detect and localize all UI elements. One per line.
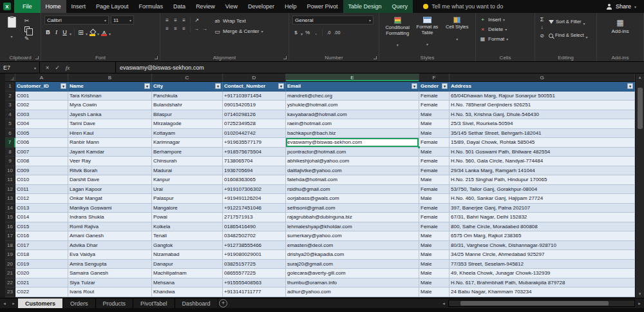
font-color-icon[interactable] xyxy=(100,29,108,36)
row-header-15[interactable]: 15 xyxy=(5,213,15,222)
cell[interactable]: 49, Kheela Chowk, Junagar Chowk-132939 xyxy=(450,269,635,278)
cell[interactable]: 24 Babu Nagar, Khammam 703234 xyxy=(450,288,635,297)
dialog-launcher-icon[interactable] xyxy=(155,56,158,59)
cell[interactable]: 07140298126 xyxy=(223,110,286,120)
cell[interactable]: Female xyxy=(419,204,450,213)
cell[interactable]: kavyabarad@hotmail.com xyxy=(286,110,419,120)
cell[interactable]: Amani Ganesh xyxy=(68,231,152,241)
insert-function-icon[interactable] xyxy=(66,64,70,71)
select-all-corner[interactable] xyxy=(5,73,15,81)
row-header-16[interactable]: 16 xyxy=(5,222,15,232)
cell[interactable]: Jayant Kamdar xyxy=(68,148,152,157)
row-header-7[interactable]: 7 xyxy=(5,138,15,148)
cell[interactable]: +917103971454 xyxy=(223,92,286,101)
ribbon-tab-insert[interactable]: Insert xyxy=(66,0,91,13)
cell[interactable]: Karimnagar xyxy=(152,138,223,148)
decrease-decimal-icon[interactable] xyxy=(334,29,341,36)
cell[interactable]: Female xyxy=(419,101,450,110)
cell[interactable]: +919491126204 xyxy=(223,194,286,204)
cell[interactable]: Chinsurah xyxy=(152,157,223,166)
cell[interactable]: Madurai xyxy=(152,166,223,176)
cell[interactable]: Urai xyxy=(152,185,223,195)
conditional-formatting-button[interactable]: Conditional Formatting xyxy=(383,15,412,49)
cell[interactable]: Male xyxy=(419,269,450,278)
cell[interactable]: mandreti@chec.org xyxy=(286,92,419,101)
cell[interactable]: Palaspur xyxy=(152,194,223,204)
cell[interactable]: Kanpur xyxy=(152,175,223,185)
hscroll-left-icon[interactable] xyxy=(439,298,448,308)
cell[interactable]: Male xyxy=(419,278,450,288)
cell[interactable]: C011 xyxy=(15,185,68,195)
cell[interactable]: H.No. 215 Singhal Path, Hindupur 170065 xyxy=(450,175,635,185)
cell[interactable]: 67/31, Bahri Nagar, Delhi 152832 xyxy=(450,213,635,222)
cell[interactable]: C017 xyxy=(15,241,68,251)
cell[interactable]: 7138065704 xyxy=(223,157,286,166)
cell[interactable]: Male xyxy=(419,129,450,139)
cell[interactable]: 77/353 Street, Seselam-945812 xyxy=(450,260,635,269)
row-header-11[interactable]: 11 xyxy=(5,175,15,185)
filter-icon[interactable] xyxy=(627,83,633,89)
insert-button[interactable]: Insert xyxy=(479,15,531,24)
filter-icon[interactable] xyxy=(412,83,417,89)
cell[interactable]: +919635577179 xyxy=(223,138,286,148)
header-cell-name[interactable]: Name xyxy=(68,82,152,92)
cell[interactable]: 03482502702 xyxy=(223,231,286,241)
row-header-6[interactable]: 6 xyxy=(5,129,15,139)
filter-icon[interactable] xyxy=(442,83,448,89)
row-header-14[interactable]: 14 xyxy=(5,204,15,213)
underline-button[interactable]: U xyxy=(61,28,68,36)
header-cell-city[interactable]: City xyxy=(152,82,223,92)
row-header-13[interactable]: 13 xyxy=(5,194,15,204)
ribbon-tab-review[interactable]: Review xyxy=(191,0,220,13)
filter-icon[interactable] xyxy=(278,83,284,89)
cell[interactable]: 6575 Om Marg, Rajkot 238365 xyxy=(450,231,635,241)
cell[interactable]: +912738555466 xyxy=(223,241,286,251)
cell[interactable]: H.No. 460, Sankar Ganj, Hajipam 27724 xyxy=(450,194,635,204)
row-header-12[interactable]: 12 xyxy=(5,185,15,195)
cell[interactable]: Male xyxy=(419,148,450,157)
selected-cell[interactable]: evaswamy@biswas-sekhon.com xyxy=(286,138,419,148)
cell[interactable]: Onkar Mangat xyxy=(68,194,152,204)
cell[interactable]: Female xyxy=(419,157,450,166)
ribbon-tab-formulas[interactable]: Formulas xyxy=(134,0,169,13)
cell[interactable]: adhur@yahoo.com xyxy=(286,288,419,297)
cell[interactable]: 09015420519 xyxy=(223,101,286,110)
cell[interactable]: Hiren Kaul xyxy=(68,129,152,139)
cell[interactable]: Indrans Shukla xyxy=(68,213,152,222)
cell[interactable]: Nizamabad xyxy=(152,250,223,260)
cell[interactable]: Tenali xyxy=(152,231,223,241)
ribbon-tab-query[interactable]: Query xyxy=(387,0,413,13)
cell[interactable]: Lagan Kapoor xyxy=(68,185,152,195)
column-header-C[interactable]: C xyxy=(152,73,223,81)
cell[interactable]: Male xyxy=(419,110,450,120)
header-cell-email[interactable]: Email xyxy=(286,82,419,92)
horizontal-scrollbar[interactable] xyxy=(448,300,635,307)
cell[interactable]: H.No. 53, Krishna Ganj, Dhule-546430 xyxy=(450,110,635,120)
accounting-format-icon[interactable] xyxy=(292,29,299,36)
cell[interactable]: Mangalore xyxy=(152,204,223,213)
cut-icon[interactable] xyxy=(23,17,30,24)
cell[interactable]: sumerkary@yahoo.com xyxy=(286,231,419,241)
paste-button[interactable] xyxy=(3,15,20,42)
cell[interactable]: +919107306302 xyxy=(223,185,286,195)
row-header-10[interactable]: 10 xyxy=(5,166,15,176)
scroll-down-icon[interactable] xyxy=(639,291,641,297)
cell[interactable]: Kottayam xyxy=(152,129,223,139)
cancel-icon[interactable] xyxy=(46,64,49,71)
cell[interactable]: bachkapur@bach.biz xyxy=(286,129,419,139)
name-box[interactable]: E7 xyxy=(0,62,40,73)
ribbon-tab-help[interactable]: Help xyxy=(279,0,302,13)
cell[interactable]: 29/34 Lanka Marg, Ramgarh 141044 xyxy=(450,166,635,176)
cell[interactable]: Amira Sengupta xyxy=(68,260,152,269)
cell[interactable]: raein@hotmail.com xyxy=(286,119,419,129)
tell-me-search[interactable]: Tell me what you want to do xyxy=(423,0,503,13)
cell[interactable]: C018 xyxy=(15,250,68,260)
cell[interactable]: 01865416490 xyxy=(223,222,286,232)
new-sheet-button[interactable] xyxy=(218,298,229,308)
font-name-select[interactable]: Calibri xyxy=(44,15,109,24)
dialog-launcher-icon[interactable] xyxy=(374,56,377,59)
merge-center-button[interactable]: Merge & Center xyxy=(214,27,263,35)
cell[interactable]: 800, Salhe Circle, Moradabed 800808 xyxy=(450,222,635,232)
cell[interactable]: +912217451046 xyxy=(223,204,286,213)
cell[interactable]: Bulandshahr xyxy=(152,101,223,110)
